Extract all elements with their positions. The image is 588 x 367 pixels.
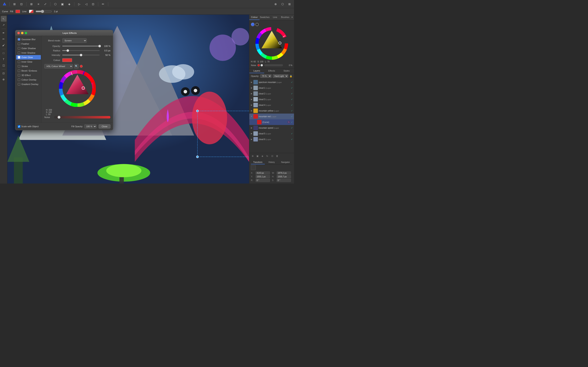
tab-navigator[interactable]: Navigator <box>278 160 292 164</box>
layer-expand-cloud1[interactable]: ▶ <box>251 87 252 89</box>
effect-colour-overlay[interactable]: Colour Overlay <box>16 77 41 82</box>
stroke-indicator[interactable] <box>255 23 259 26</box>
s-input[interactable]: 0 ° <box>277 179 291 182</box>
node-tool[interactable]: ↗ <box>1 22 7 28</box>
select-tool[interactable]: ↖ <box>1 16 7 22</box>
tab-effects[interactable]: Effects <box>264 69 279 73</box>
effect-inner-glow[interactable]: Inner Glow <box>16 59 41 64</box>
canvas-area[interactable]: Layer Effects ✓ Gaussian Blur Feather O <box>7 15 249 184</box>
gradient-tool[interactable]: ◫ <box>1 62 7 68</box>
effect-outer-shadow[interactable]: Outer Shadow <box>16 46 41 50</box>
dialog-minimize-btn[interactable] <box>21 32 24 34</box>
layer-item-cloud4[interactable]: ▶ cloud 4 (Layer ✓ <box>249 102 294 108</box>
panel-noise-track[interactable] <box>264 64 283 66</box>
inner-glow-check[interactable] <box>18 60 20 63</box>
intensity-slider-track[interactable] <box>62 55 100 55</box>
shape-tool[interactable]: □ <box>1 50 7 56</box>
tab-history[interactable]: History <box>265 160 279 164</box>
settings-icon[interactable]: ⊞ <box>287 1 292 7</box>
geometry-btn[interactable]: ◈ <box>66 1 72 7</box>
opacity-thumb[interactable] <box>98 45 101 47</box>
noise-slider[interactable] <box>54 116 111 118</box>
transform-anchor[interactable] <box>251 165 256 170</box>
fx-icon[interactable]: fx <box>265 154 269 158</box>
blend-mode-select[interactable]: Screen Normal Multiply Overlay <box>62 38 87 43</box>
effect-3d[interactable]: 3D Effect <box>16 73 41 77</box>
effect-inner-shadow[interactable]: Inner Shadow <box>16 50 41 55</box>
pixel-persona-btn[interactable]: ⊡ <box>18 1 24 7</box>
arrange-btn[interactable]: ⬡ <box>52 1 58 7</box>
effect-feather[interactable]: Feather <box>16 42 41 46</box>
search-icon[interactable]: ⊕ <box>273 1 278 7</box>
back-btn[interactable]: ◁ <box>83 1 89 7</box>
radius-slider-track[interactable] <box>62 50 100 51</box>
tab-colour[interactable]: Colour <box>249 15 259 20</box>
r-input[interactable]: 0 ° <box>256 179 270 182</box>
tab-brushes[interactable]: Brushes <box>280 15 290 20</box>
text-tool[interactable]: T <box>1 56 7 62</box>
h-input[interactable]: 1505.7 px <box>277 175 291 178</box>
brush-tool[interactable]: 🖌 <box>1 42 7 48</box>
close-button[interactable]: Close <box>99 124 111 128</box>
delete-layer-icon[interactable]: 🗑 <box>275 154 279 158</box>
layer-item-cloud5[interactable]: ▶ cloud 5 (Layer ✓ <box>249 131 294 136</box>
pencil-tool[interactable]: ✏ <box>1 36 7 42</box>
picker-type-select[interactable]: HSL Colour Wheel RGB Sliders CMYK Slider… <box>44 64 73 68</box>
effect-gradient-overlay[interactable]: Gradient Overlay <box>16 82 41 86</box>
layer-expand-cloud4[interactable]: ▶ <box>251 104 252 106</box>
line-width-slider[interactable] <box>35 10 52 13</box>
layer-expand-cloud6[interactable]: ▶ <box>251 138 252 140</box>
layer-item-spectrum-mountain[interactable]: ▶ spectrum mountain (Layer ✓ <box>249 79 294 85</box>
layer-expand-red[interactable]: ▼ <box>251 115 252 117</box>
stroke-check[interactable] <box>18 65 20 67</box>
view-persona-btn[interactable]: ⊞ <box>12 1 17 7</box>
layer-expand-cloud2[interactable]: ▶ <box>251 92 252 95</box>
group-layers-icon[interactable]: ▣ <box>255 154 259 158</box>
gradient-overlay-check[interactable] <box>18 83 20 85</box>
line-color-swatch[interactable] <box>29 10 34 13</box>
layer-item-cloud3[interactable]: ▶ cloud 3 (Layer ✓ <box>249 96 294 102</box>
path-btn[interactable]: ▷ <box>76 1 82 7</box>
pen-btn[interactable]: ✏ <box>100 1 106 7</box>
tab-transform[interactable]: Transform <box>251 160 265 164</box>
effect-gaussian-blur[interactable]: ✓ Gaussian Blur <box>16 37 41 42</box>
eyedropper-btn[interactable]: 🔍 <box>74 64 79 68</box>
fill-color-swatch[interactable] <box>16 10 20 13</box>
noise-thumb[interactable] <box>58 116 61 119</box>
layer-expand-spectrum[interactable]: ▶ <box>251 81 252 83</box>
colour-overlay-check[interactable] <box>18 78 20 81</box>
tab-layers[interactable]: Layers <box>249 69 264 73</box>
layer-item-cloud2[interactable]: ▶ cloud 2 (Layer ✓ <box>249 91 294 96</box>
scale-with-object-check[interactable] <box>18 125 20 128</box>
share-icon[interactable]: ⬡ <box>280 1 285 7</box>
zoom-tool[interactable]: ⊕ <box>1 76 7 82</box>
align-btn[interactable]: ≡ <box>35 1 41 7</box>
layer-expand-cloud5[interactable]: ▶ <box>251 133 252 134</box>
crop-tool[interactable]: ⊡ <box>1 70 7 76</box>
tab-swatches[interactable]: Swatches <box>259 15 270 20</box>
layer-item-mountain-yellow[interactable]: ▶ mountain yellow (Layer ✓ <box>249 108 294 114</box>
current-color-dot[interactable] <box>80 65 83 68</box>
layer-item-cloud1[interactable]: ▶ cloud 1 (Layer ✓ <box>249 85 294 91</box>
layer-item-mountain-red[interactable]: ▼ mountain red (Layer ✓ <box>249 114 294 119</box>
intensity-thumb[interactable] <box>80 54 82 56</box>
colour-swatch[interactable] <box>62 58 72 62</box>
grid-btn[interactable]: ⊞ <box>29 1 34 7</box>
opacity-select[interactable]: 75 % 100 % 50 % <box>260 74 272 78</box>
opacity-slider-track[interactable] <box>62 46 100 47</box>
dialog-close-btn[interactable] <box>17 32 20 34</box>
new-layer-icon[interactable]: ⊕ <box>251 154 255 158</box>
layer-item-curve[interactable]: (Curve) fx ✓ <box>249 119 294 125</box>
bevel-emboss-check[interactable] <box>18 69 20 72</box>
copy-layer-icon[interactable]: ⊡ <box>270 154 274 158</box>
group-btn[interactable]: ▣ <box>60 1 65 7</box>
large-color-wheel[interactable] <box>255 27 288 60</box>
export-btn[interactable]: ⊡ <box>90 1 96 7</box>
w-input[interactable]: 1879.2 px <box>277 171 291 175</box>
layer-expand-curve[interactable] <box>254 121 256 123</box>
effect-bevel-emboss[interactable]: Bevel / Emboss <box>16 68 41 73</box>
feather-check[interactable] <box>18 43 20 45</box>
layer-expand-speed[interactable]: ▶ <box>251 127 252 129</box>
transform-btn[interactable]: ⤢ <box>43 1 48 7</box>
layer-item-cloud6[interactable]: ▶ cloud 6 (Layer ✓ <box>249 136 294 142</box>
